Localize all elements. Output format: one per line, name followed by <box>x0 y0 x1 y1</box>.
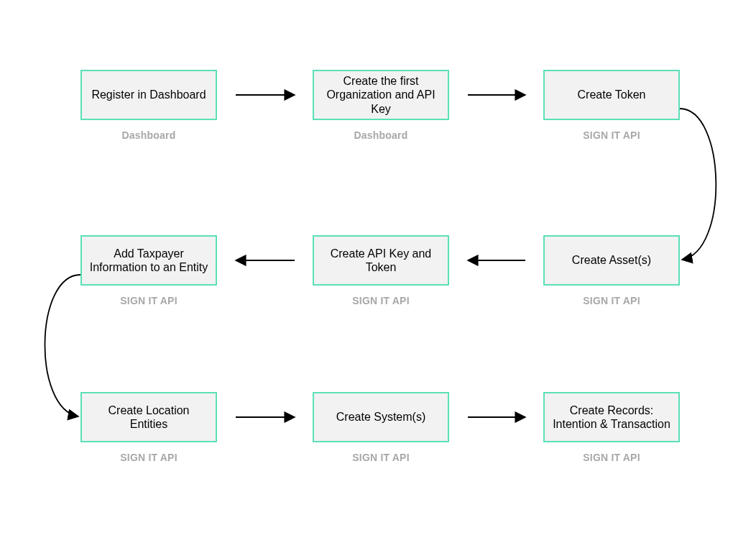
node-title: Register in Dashboard <box>91 88 206 101</box>
node-caption: SIGN IT API <box>313 295 449 306</box>
arrow-curve-down-icon <box>680 109 716 260</box>
node-create-system: Create System(s) <box>313 392 449 442</box>
node-create-apikey: Create API Key and Token <box>313 235 449 286</box>
node-title: Create Location Entities <box>89 404 208 431</box>
node-caption: SIGN IT API <box>313 452 449 463</box>
node-title: Add Taxpayer Information to an Entity <box>89 247 208 274</box>
node-create-org: Create the first Organization and API Ke… <box>313 70 449 120</box>
node-title: Create Asset(s) <box>572 253 651 267</box>
node-title: Create API Key and Token <box>321 247 441 274</box>
node-caption: Dashboard <box>80 129 217 141</box>
node-create-token: Create Token <box>543 70 680 120</box>
node-caption: SIGN IT API <box>543 452 680 463</box>
node-caption: Dashboard <box>313 129 449 141</box>
node-title: Create Records: Intention & Transaction <box>552 404 671 431</box>
node-title: Create the first Organization and API Ke… <box>321 74 441 116</box>
node-caption: SIGN IT API <box>80 452 217 463</box>
node-create-asset: Create Asset(s) <box>543 235 680 286</box>
node-caption: SIGN IT API <box>543 295 680 306</box>
node-title: Create System(s) <box>336 410 425 424</box>
node-create-record: Create Records: Intention & Transaction <box>543 392 680 442</box>
node-caption: SIGN IT API <box>543 129 680 141</box>
node-create-loc: Create Location Entities <box>80 392 217 442</box>
arrow-curve-down-icon <box>45 275 80 416</box>
node-add-taxpayer: Add Taxpayer Information to an Entity <box>80 235 217 286</box>
node-register: Register in Dashboard <box>80 70 217 120</box>
node-title: Create Token <box>578 88 646 101</box>
node-caption: SIGN IT API <box>80 295 217 306</box>
